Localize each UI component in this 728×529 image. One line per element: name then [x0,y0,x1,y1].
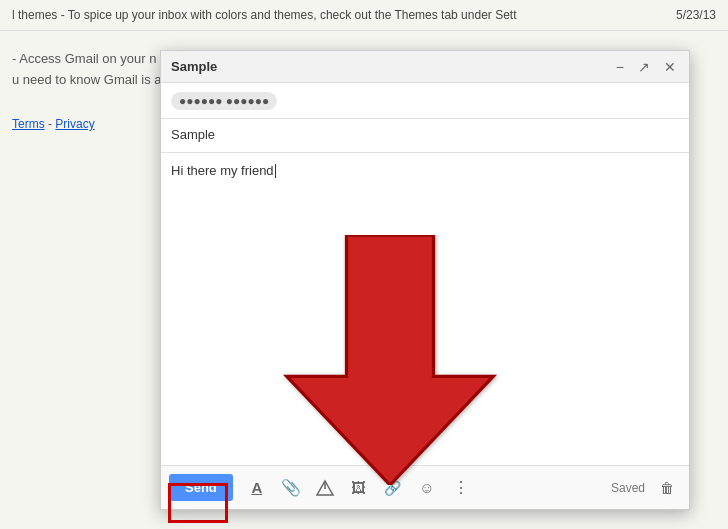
photo-button[interactable]: 🖼 [345,474,373,502]
emoji-button[interactable]: ☺ [413,474,441,502]
compose-window: Sample − ↗ ✕ ●●●●●● ●●●●●● Hi there my f… [160,50,690,510]
formatting-button[interactable]: A [243,474,271,502]
terms-link[interactable]: Terms [12,117,45,131]
link-icon: 🔗 [384,480,401,496]
saved-area: Saved 🗑 [611,474,681,502]
compose-titlebar: Sample − ↗ ✕ [161,51,689,83]
subject-field-row[interactable] [161,119,689,153]
attach-button[interactable]: 📎 [277,474,305,502]
gmail-header-text: l themes - To spice up your inbox with c… [12,8,517,22]
drive-button[interactable] [311,474,339,502]
gmail-header-bar: l themes - To spice up your inbox with c… [0,0,728,31]
close-button[interactable]: ✕ [661,59,679,75]
trash-icon: 🗑 [660,480,674,496]
titlebar-controls: − ↗ ✕ [613,59,679,75]
delete-button[interactable]: 🗑 [653,474,681,502]
compose-toolbar: Send A 📎 🖼 🔗 ☺ ⋮ Saved 🗑 [161,465,689,509]
photo-icon: 🖼 [351,479,366,496]
minimize-button[interactable]: − [613,59,627,75]
email-date: 5/23/13 [676,8,716,22]
subject-input[interactable] [171,127,679,142]
compose-body-text: Hi there my friend [171,163,274,178]
drive-icon [316,479,334,497]
to-field-row[interactable]: ●●●●●● ●●●●●● [161,83,689,119]
more-icon: ⋮ [453,478,469,497]
text-cursor [275,164,276,178]
link-button[interactable]: 🔗 [379,474,407,502]
more-options-button[interactable]: ⋮ [447,474,475,502]
privacy-link[interactable]: Privacy [55,117,94,131]
send-button[interactable]: Send [169,474,233,501]
expand-button[interactable]: ↗ [635,59,653,75]
paperclip-icon: 📎 [281,478,301,497]
formatting-icon: A [251,479,262,496]
compose-title: Sample [171,59,217,74]
to-recipient-pill: ●●●●●● ●●●●●● [171,92,277,110]
saved-label: Saved [611,481,645,495]
emoji-icon: ☺ [419,479,434,496]
compose-body[interactable]: Hi there my friend [161,153,689,465]
